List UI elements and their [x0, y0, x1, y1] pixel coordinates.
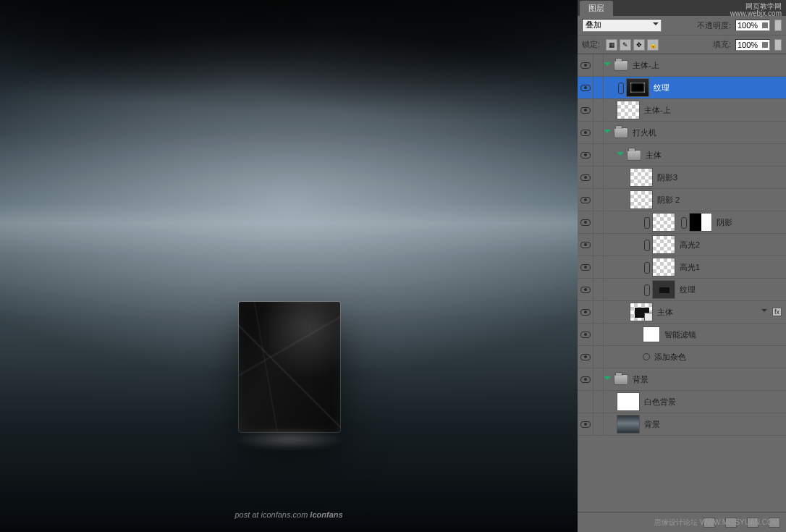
- layer-content: 纹理: [604, 279, 786, 300]
- layer-name[interactable]: 背景: [633, 374, 648, 385]
- folder-icon: [614, 374, 628, 385]
- visibility-toggle[interactable]: [578, 256, 593, 278]
- layer-name[interactable]: 背景: [644, 419, 660, 430]
- layer-thumbnail[interactable]: [630, 190, 653, 209]
- layer-row-shadow2[interactable]: 阴影 2: [578, 189, 786, 211]
- layer-content: 纹理: [604, 77, 786, 98]
- lock-transparency-icon[interactable]: ▦: [606, 39, 617, 51]
- filter-visibility-icon[interactable]: [643, 353, 650, 360]
- disclosure-triangle-icon[interactable]: [617, 151, 625, 159]
- disclosure-triangle-icon[interactable]: [604, 375, 612, 384]
- layer-row-sf-head[interactable]: 智能滤镜: [578, 324, 786, 346]
- layers-list[interactable]: 主体-上纹理主体-上打火机主体阴影3阴影 2阴影高光2高光1纹理fx主体智能滤镜…: [578, 54, 786, 512]
- watermark-bottom: 思缘设计论坛 WWW.MISSYUAN.COM: [654, 518, 779, 528]
- smart-filter-mask-thumb[interactable]: [643, 326, 660, 342]
- layer-content: 阴影3: [604, 166, 786, 188]
- lock-position-icon[interactable]: ✥: [633, 39, 645, 51]
- layer-name[interactable]: 纹理: [654, 83, 669, 93]
- layer-name[interactable]: 主体-上: [633, 60, 659, 71]
- layer-name[interactable]: 阴影: [717, 217, 732, 228]
- layer-thumbnail[interactable]: [617, 101, 640, 119]
- layer-name[interactable]: 智能滤镜: [664, 329, 696, 340]
- visibility-toggle[interactable]: [578, 413, 593, 435]
- lock-all-icon[interactable]: 🔒: [647, 39, 659, 51]
- layer-row-body[interactable]: fx主体: [578, 301, 786, 324]
- layer-name[interactable]: 白色背景: [644, 397, 676, 408]
- fill-label: 填充:: [713, 39, 731, 50]
- visibility-toggle[interactable]: [578, 211, 593, 233]
- layer-row-texture-sel[interactable]: 纹理: [578, 77, 786, 99]
- layer-name[interactable]: 阴影3: [657, 172, 677, 183]
- layer-row-bg[interactable]: 背景: [578, 413, 786, 436]
- fx-disclosure-icon[interactable]: [761, 309, 767, 315]
- visibility-toggle[interactable]: [578, 391, 593, 413]
- layer-row-hl2[interactable]: 高光2: [578, 234, 786, 256]
- visibility-toggle[interactable]: [578, 144, 593, 166]
- disclosure-triangle-icon[interactable]: [604, 61, 612, 69]
- lock-col: [593, 77, 604, 98]
- visibility-toggle[interactable]: [578, 99, 593, 121]
- disclosure-triangle-icon[interactable]: [604, 128, 612, 137]
- visibility-toggle[interactable]: [578, 54, 593, 76]
- layer-thumbnail[interactable]: [652, 235, 675, 254]
- fx-badge-icon[interactable]: fx: [772, 308, 782, 316]
- layer-row-g-top[interactable]: 主体-上: [578, 54, 786, 77]
- visibility-toggle[interactable]: [578, 189, 593, 211]
- visibility-toggle[interactable]: [578, 324, 593, 345]
- blend-mode-select[interactable]: 叠加: [582, 19, 662, 32]
- blend-mode-value: 叠加: [586, 20, 601, 29]
- opacity-field[interactable]: 100%: [735, 20, 770, 31]
- layer-row-texture2[interactable]: 纹理: [578, 279, 786, 301]
- visibility-toggle[interactable]: [578, 279, 593, 300]
- layer-name[interactable]: 高光1: [680, 262, 700, 273]
- layer-name[interactable]: 高光2: [680, 240, 700, 250]
- visibility-toggle[interactable]: [578, 368, 593, 390]
- visibility-toggle[interactable]: [578, 346, 593, 368]
- layer-name[interactable]: 纹理: [680, 284, 696, 295]
- layer-name[interactable]: 主体: [646, 150, 662, 161]
- layer-row-white-bg[interactable]: 白色背景: [578, 391, 786, 413]
- visibility-toggle[interactable]: [578, 77, 593, 98]
- layer-thumbnail[interactable]: [652, 258, 675, 276]
- layer-row-sf-noise[interactable]: 添加杂色: [578, 346, 786, 368]
- layer-thumbnail[interactable]: [652, 280, 675, 299]
- clip-link-icon: [643, 284, 650, 295]
- layer-name[interactable]: 主体: [657, 307, 673, 318]
- layer-thumbnail[interactable]: [617, 392, 640, 411]
- lock-col: [593, 122, 604, 143]
- fill-field[interactable]: 100%: [735, 39, 770, 51]
- mask-link-icon[interactable]: [680, 217, 687, 227]
- layer-row-shadow[interactable]: 阴影: [578, 211, 786, 234]
- layer-row-hl1[interactable]: 高光1: [578, 256, 786, 279]
- lock-col: [593, 301, 604, 323]
- layer-row-zt-top[interactable]: 主体-上: [578, 99, 786, 122]
- layer-thumbnail[interactable]: [626, 78, 649, 97]
- layer-row-g-lighter[interactable]: 打火机: [578, 122, 786, 144]
- layer-row-g-body[interactable]: 主体: [578, 144, 786, 166]
- fill-stepper[interactable]: [774, 39, 782, 51]
- tab-layers[interactable]: 图层: [580, 1, 613, 16]
- visibility-toggle[interactable]: [578, 234, 593, 256]
- layer-row-g-bg[interactable]: 背景: [578, 368, 786, 391]
- layer-mask-thumbnail[interactable]: [689, 213, 712, 232]
- credit-prefix: post at: [234, 510, 261, 519]
- layer-thumbnail[interactable]: [617, 415, 640, 434]
- layer-thumbnail[interactable]: [630, 303, 653, 321]
- layer-name[interactable]: 主体-上: [644, 105, 671, 116]
- eye-icon: [580, 174, 591, 181]
- eye-icon: [580, 287, 591, 293]
- layer-name[interactable]: 添加杂色: [654, 352, 686, 363]
- layer-name[interactable]: 阴影 2: [657, 195, 680, 206]
- visibility-toggle[interactable]: [578, 301, 593, 323]
- layer-thumbnail[interactable]: [630, 168, 653, 187]
- layer-row-shadow3[interactable]: 阴影3: [578, 166, 786, 189]
- lock-icon-group: ▦ ✎ ✥ 🔒: [606, 39, 659, 51]
- visibility-toggle[interactable]: [578, 122, 593, 143]
- lock-pixels-icon[interactable]: ✎: [620, 39, 631, 51]
- opacity-stepper[interactable]: [774, 20, 782, 31]
- layer-name[interactable]: 打火机: [633, 127, 656, 138]
- eye-icon: [580, 309, 591, 316]
- visibility-toggle[interactable]: [578, 166, 593, 188]
- layer-content: 背景: [604, 413, 786, 435]
- layer-thumbnail[interactable]: [652, 213, 675, 232]
